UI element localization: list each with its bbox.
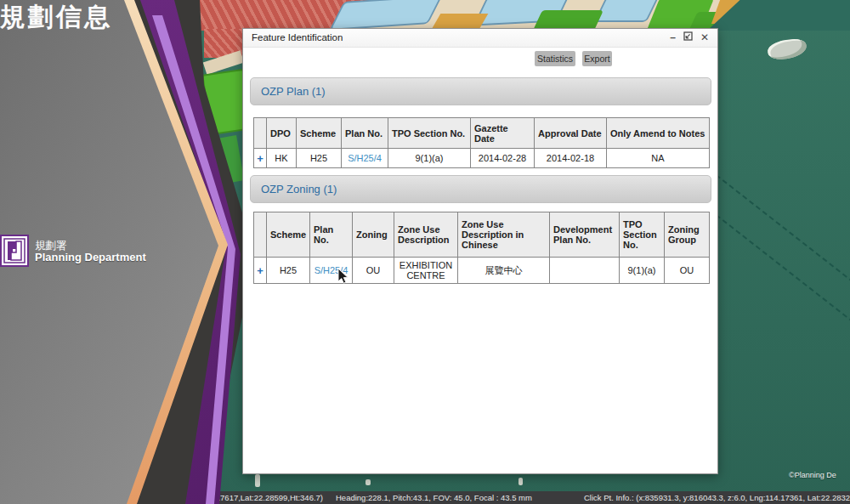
cell-zoning-group: OU (665, 258, 710, 284)
dialog-title: Feature Identification (252, 32, 343, 42)
table-row: + H25 S/H25/4 OU EXHIBITION CENTRE 展覽中心 … (254, 258, 710, 284)
section-title: OZP Plan (1) (261, 78, 711, 105)
export-button[interactable]: Export (582, 51, 612, 66)
column-header: TPO Section No. (620, 212, 665, 258)
dialog-title-bar[interactable]: Feature Identification – ✕ (243, 29, 717, 48)
table-header-row: DPO Scheme Plan No. TPO Section No. Gaze… (254, 118, 710, 149)
ozp-zoning-table: Scheme Plan No. Zoning Zone Use Descript… (253, 212, 710, 284)
maximize-icon[interactable] (683, 31, 693, 44)
cell-development-plan (550, 258, 620, 284)
column-header: Zoning Group (665, 212, 710, 258)
cell-zone-use: EXHIBITION CENTRE (394, 258, 458, 284)
cell-dpo: HK (267, 149, 297, 168)
column-header: Scheme (267, 212, 310, 258)
column-header: Zone Use Description in Chinese (458, 212, 550, 258)
cell-tpo-section: 9(1)(a) (388, 149, 471, 168)
close-icon[interactable]: ✕ (700, 31, 709, 44)
cell-scheme: H25 (297, 149, 342, 168)
cell-tpo-section: 9(1)(a) (620, 258, 665, 284)
logo-text-english: Planning Department (35, 252, 146, 264)
ozp-plan-table: DPO Scheme Plan No. TPO Section No. Gaze… (253, 117, 710, 168)
column-header-expand (254, 212, 267, 258)
column-header: Zoning (353, 212, 394, 258)
planning-department-logo-text: 規劃署 Planning Department (35, 240, 146, 264)
column-header: Approval Date (535, 118, 607, 149)
column-header: Zone Use Description (394, 212, 458, 258)
logo-text-chinese: 規劃署 (35, 240, 146, 252)
section-header-ozp-plan[interactable]: OZP Plan (1) (250, 77, 711, 105)
cell-zone-use-chinese: 展覽中心 (458, 258, 550, 284)
minimize-icon[interactable]: – (670, 31, 676, 44)
column-header: Development Plan No. (550, 212, 620, 258)
cell-approval-date: 2014-02-18 (535, 149, 607, 168)
window-controls: – ✕ (670, 31, 709, 44)
statistics-button[interactable]: Statistics (535, 51, 575, 66)
column-header: DPO (267, 118, 297, 149)
mouse-cursor (337, 268, 349, 288)
cell-zoning: OU (353, 258, 394, 284)
table-row: + HK H25 S/H25/4 9(1)(a) 2014-02-28 2014… (254, 149, 710, 168)
cell-only-amend: NA (607, 149, 710, 168)
plan-no-link[interactable]: S/H25/4 (348, 153, 382, 163)
planning-department-logo-icon (0, 235, 29, 270)
expand-row-button[interactable]: + (257, 264, 264, 277)
feature-identification-dialog: Feature Identification – ✕ Statistics Ex… (242, 28, 718, 474)
column-header: Only Amend to Notes (607, 118, 710, 149)
cell-scheme: H25 (267, 258, 310, 284)
table-header-row: Scheme Plan No. Zoning Zone Use Descript… (254, 212, 710, 258)
section-header-ozp-zoning[interactable]: OZP Zoning (1) (250, 175, 711, 203)
section-title: OZP Zoning (1) (261, 176, 711, 202)
expand-row-button[interactable]: + (257, 152, 264, 165)
column-header: Plan No. (310, 212, 353, 258)
cell-gazette-date: 2014-02-28 (471, 149, 535, 168)
column-header: Scheme (297, 118, 342, 149)
column-header-expand (254, 118, 267, 149)
column-header: Gazette Date (471, 118, 535, 149)
column-header: Plan No. (342, 118, 388, 149)
column-header: TPO Section No. (388, 118, 471, 149)
app-window: ©Planning De 114.17617,Lat:22.28599,Ht:3… (0, 0, 850, 504)
